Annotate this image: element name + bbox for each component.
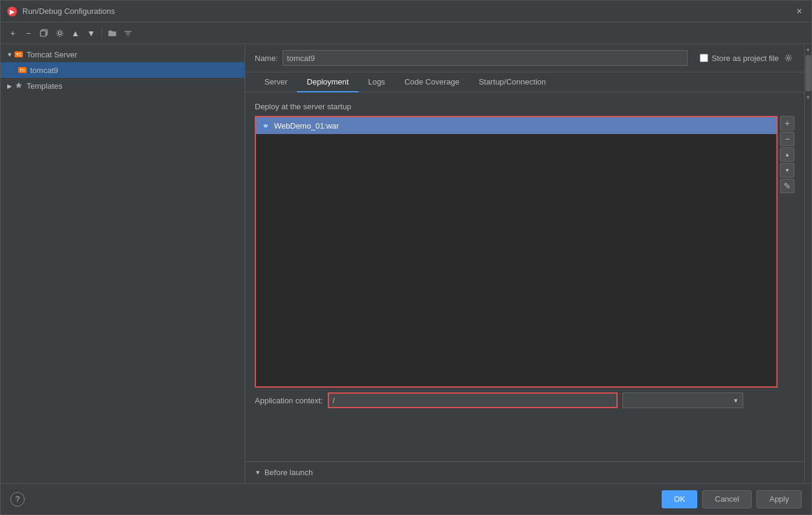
svg-point-4 <box>59 31 62 34</box>
ok-button[interactable]: OK <box>662 490 697 508</box>
help-button[interactable]: ? <box>10 492 25 507</box>
tomcat9-icon: TC <box>18 65 27 75</box>
tree-arrow-templates: ▶ <box>5 82 14 90</box>
app-icon: ▶ <box>7 6 18 17</box>
templates-label: Templates <box>27 82 62 91</box>
left-panel: ▼ TC Tomcat Server TC <box>1 44 245 483</box>
tomcat9-label: tomcat9 <box>30 66 58 75</box>
close-button[interactable]: × <box>793 5 805 18</box>
toolbar: + − ▲ ▼ <box>1 22 811 44</box>
move-up-deploy-button[interactable]: ▲ <box>780 147 794 162</box>
tomcat-server-label: Tomcat Server <box>27 50 77 59</box>
app-context-input[interactable] <box>328 392 618 408</box>
deploy-item-label: WebDemo_01:war <box>274 121 339 130</box>
deployment-content: Deploy at the server startup W <box>245 92 804 461</box>
toolbar-sep-1 <box>101 28 102 39</box>
tabs-row: Server Deployment Logs Code Coverage Sta… <box>245 72 804 92</box>
tab-server[interactable]: Server <box>255 72 297 92</box>
sort-button[interactable] <box>121 26 135 40</box>
deploy-section-title: Deploy at the server startup <box>255 102 794 111</box>
name-input[interactable] <box>283 50 687 66</box>
remove-deploy-button[interactable]: − <box>780 132 794 146</box>
tree-area: ▼ TC Tomcat Server TC <box>1 44 245 483</box>
remove-config-button[interactable]: − <box>21 26 36 40</box>
sidebar-item-templates[interactable]: ▶ Templates <box>1 78 245 94</box>
deploy-item-war[interactable]: W WebDemo_01:war <box>256 117 776 134</box>
tab-logs[interactable]: Logs <box>359 72 395 92</box>
copy-config-button[interactable] <box>37 26 51 40</box>
store-project-gear[interactable] <box>782 52 794 64</box>
store-project-checkbox[interactable] <box>700 54 708 62</box>
app-context-row: Application context: ▼ <box>255 392 794 408</box>
sidebar-item-tomcat9[interactable]: TC tomcat9 <box>1 62 245 78</box>
content-area: ▼ TC Tomcat Server TC <box>1 44 811 483</box>
tab-startup-connection[interactable]: Startup/Connection <box>469 72 555 92</box>
deploy-list-buttons: + − ▲ ▼ ✎ <box>778 116 794 388</box>
deploy-section: Deploy at the server startup W <box>255 102 794 408</box>
scroll-down-arrow[interactable]: ▼ <box>805 92 812 102</box>
tree-arrow-tomcat: ▼ <box>5 50 14 59</box>
add-config-button[interactable]: + <box>5 26 20 40</box>
before-launch-arrow: ▼ <box>255 469 261 476</box>
cancel-button[interactable]: Cancel <box>702 490 752 508</box>
war-icon: W <box>261 121 270 130</box>
apply-button[interactable]: Apply <box>756 490 802 508</box>
bottom-bar: ? OK Cancel Apply <box>1 483 811 514</box>
templates-icon <box>14 81 24 91</box>
action-buttons: OK Cancel Apply <box>662 490 802 508</box>
tab-code-coverage[interactable]: Code Coverage <box>395 72 469 92</box>
right-scrollbar[interactable]: ▲ ▼ <box>804 44 811 483</box>
edit-deploy-button[interactable]: ✎ <box>780 179 794 193</box>
tab-deployment[interactable]: Deployment <box>297 72 358 92</box>
tomcat-icon: TC <box>14 50 24 59</box>
before-launch-toggle[interactable]: ▼ Before launch <box>255 468 794 477</box>
svg-text:W: W <box>264 124 268 128</box>
app-context-label: Application context: <box>255 396 323 405</box>
title-bar: ▶ Run/Debug Configurations × <box>1 1 811 22</box>
svg-text:TC: TC <box>16 53 21 57</box>
scroll-up-arrow[interactable]: ▲ <box>805 44 812 54</box>
add-deploy-button[interactable]: + <box>780 116 794 130</box>
before-launch-label: Before launch <box>264 468 313 477</box>
move-down-deploy-button[interactable]: ▼ <box>780 163 794 178</box>
svg-text:▶: ▶ <box>10 8 15 15</box>
config-header: Name: Store as project file <box>245 44 804 72</box>
name-label: Name: <box>255 54 278 63</box>
deploy-list: W WebDemo_01:war <box>255 116 778 388</box>
before-launch-section: ▼ Before launch <box>245 461 804 483</box>
chevron-down-icon: ▼ <box>733 397 739 404</box>
svg-rect-3 <box>40 31 46 36</box>
deploy-list-scroll-area: W WebDemo_01:war + − ▲ <box>255 116 794 388</box>
scroll-thumb[interactable] <box>805 55 811 91</box>
run-debug-dialog: ▶ Run/Debug Configurations × + − ▲ ▼ <box>0 0 812 515</box>
dialog-title: Run/Debug Configurations <box>22 7 793 16</box>
folder-button[interactable] <box>105 26 120 40</box>
app-context-dropdown[interactable]: ▼ <box>622 392 743 408</box>
svg-point-9 <box>787 57 790 59</box>
settings-button[interactable] <box>53 26 67 40</box>
store-project-container: Store as project file <box>700 52 794 64</box>
move-up-toolbar-button[interactable]: ▲ <box>68 26 83 40</box>
svg-text:TC: TC <box>19 68 25 72</box>
deploy-list-container: W WebDemo_01:war + − ▲ <box>255 116 794 388</box>
move-down-toolbar-button[interactable]: ▼ <box>84 26 98 40</box>
sidebar-item-tomcat-server[interactable]: ▼ TC Tomcat Server <box>1 46 245 62</box>
right-panel: Name: Store as project file Server D <box>245 44 804 483</box>
store-project-label: Store as project file <box>712 54 779 63</box>
